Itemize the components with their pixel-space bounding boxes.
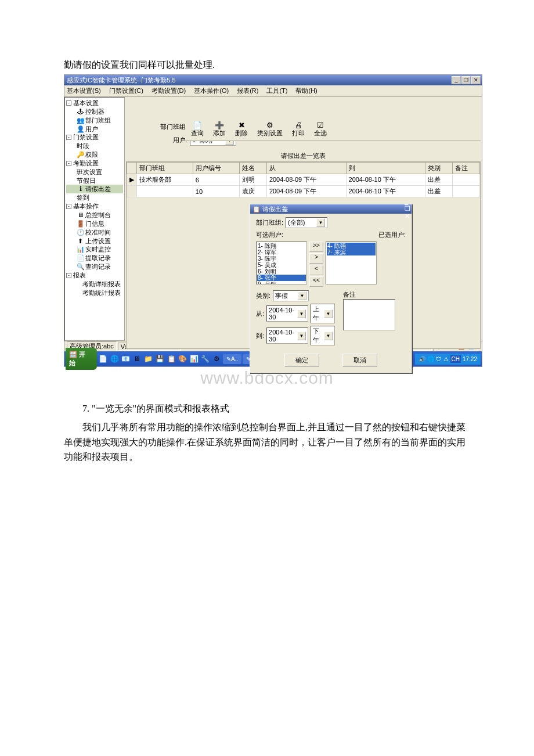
chevron-down-icon: ▼ [297,332,306,340]
move-left-button[interactable]: < [309,265,323,275]
tb-print[interactable]: 🖨打印 [290,120,307,139]
dlg-dept-dropdown[interactable]: (全部)▼ [286,217,327,228]
minimize-button[interactable]: _ [452,76,461,84]
dlg-to-label: 到: [256,332,264,340]
quicklaunch-icon[interactable]: 💾 [155,354,165,364]
tree-attendance-settings[interactable]: 考勤设置 [73,159,99,168]
menu-bar[interactable]: 基本设置(S) 门禁设置(C) 考勤设置(D) 基本操作(O) 报表(R) 工具… [64,85,482,97]
tree-upload[interactable]: 上传设置 [85,237,111,246]
tree-console[interactable]: 总控制台 [85,211,111,219]
plus-icon: ➕ [213,121,226,129]
menu-basic-ops[interactable]: 基本操作(O) [194,87,229,95]
quicklaunch-icon[interactable]: 📄 [98,354,109,364]
dlg-remark-textarea[interactable] [343,299,395,330]
tray-icon[interactable]: 🔊 [418,356,425,362]
available-listbox[interactable]: 1- 陈翔 2- 谭军 3- 陈宇 5- 吴成 6- 刘明 8- 张华 9- 吴… [256,242,307,285]
dlg-minimize-button[interactable]: _ [405,198,410,205]
tb-select-all[interactable]: ☑全选 [312,120,329,139]
dlg-to-period[interactable]: 下午▼ [311,326,335,345]
chevron-down-icon: ▼ [324,309,333,318]
quicklaunch-icon[interactable]: 🎨 [178,354,188,364]
door-icon: 🚪 [77,219,84,228]
tray-lang[interactable]: CH [450,355,461,363]
user-label: 用户: [160,136,187,145]
tree-query[interactable]: 查询记录 [85,262,111,271]
dlg-to-date[interactable]: 2004-10-30▼ [266,327,308,344]
quicklaunch-icon[interactable]: 📊 [189,354,199,364]
dept-icon: 👥 [77,116,84,125]
tray-icon[interactable]: 🛡 [436,356,442,362]
taskbar-item[interactable]: ✎A.. [223,354,241,364]
tree-stat-report[interactable]: 考勤统计报表 [82,289,121,297]
tree-shift[interactable]: 班次设置 [77,168,102,177]
col-to[interactable]: 到 [346,163,425,174]
start-button[interactable]: 🪟 开始 [66,348,97,370]
tree-dept[interactable]: 部门班组 [85,116,111,125]
screenshot-container: 感应式IC智能卡管理系统--门禁考勤5.5 _ ❐ ✕ 基本设置(S) 门禁设置… [64,74,482,367]
quicklaunch-icon[interactable]: 📋 [166,354,176,364]
table-row[interactable]: ▶ 技术服务部 6 刘明 2004-08-09 下午 2004-08-10 下午… [127,174,480,186]
menu-reports[interactable]: 报表(R) [237,87,258,95]
selected-listbox[interactable]: 4- 陈强 7- 来滨 [326,242,377,285]
quicklaunch-icon[interactable]: 📁 [143,354,154,364]
tree-holiday[interactable]: 节假日 [77,177,96,185]
dlg-from-date[interactable]: 2004-10-30▼ [266,305,308,322]
move-all-left-button[interactable]: << [309,276,323,287]
leave-dialog: 📋 请假出差 _ ❐ ✕ 部门班组: (全部)▼ 可 [250,204,412,373]
tree-detail-report[interactable]: 考勤详细报表 [82,280,121,289]
tree-leave[interactable]: 请假出差 [85,185,111,193]
menu-attendance-settings[interactable]: 考勤设置(D) [151,87,186,95]
tb-query[interactable]: 📄查询 [189,120,206,139]
tree-basic-ops[interactable]: 基本操作 [73,202,99,211]
tree-period[interactable]: 时段 [77,142,89,150]
quicklaunch-icon[interactable]: 🔧 [200,354,211,364]
dlg-from-period[interactable]: 上午▼ [311,304,335,323]
console-icon: 🖥 [77,211,84,219]
col-name[interactable]: 姓名 [239,163,266,174]
quicklaunch-icon[interactable]: ⚙ [211,354,222,364]
tray-clock: 17:22 [463,356,477,362]
maximize-button[interactable]: ❐ [461,76,471,84]
menu-access-settings[interactable]: 门禁设置(C) [109,87,143,95]
ok-button[interactable]: 确定 [284,354,319,367]
menu-basic-settings[interactable]: 基本设置(S) [67,87,101,95]
table-row[interactable]: 10 袁庆 2004-08-09 下午 2004-08-10 下午 出差 [127,186,480,197]
tree-user[interactable]: 用户 [85,125,98,134]
quicklaunch-icon[interactable]: 📧 [121,354,131,364]
system-tray[interactable]: 🔊 🌐 🛡 ⚠ CH 17:22 [415,354,481,365]
tree-authtime[interactable]: 校准时间 [85,228,111,237]
tree-controller[interactable]: 控制器 [85,107,104,116]
dlg-type-dropdown[interactable]: 事假▼ [273,290,309,301]
tb-add[interactable]: ➕添加 [211,120,228,139]
nav-tree[interactable]: -基本设置 🕹控制器 👥部门班组 👤用户 -门禁设置 时段 🔑权限 -考勤设置 … [64,97,125,341]
tb-delete[interactable]: ✖删除 [233,120,250,139]
tree-basic-settings[interactable]: 基本设置 [73,99,99,107]
col-dept[interactable]: 部门班组 [137,163,193,174]
tb-type-setting[interactable]: ⚙类别设置 [255,120,285,139]
menu-tools[interactable]: 工具(T) [266,87,287,95]
dlg-maximize-button[interactable]: ❐ [405,205,410,213]
chevron-down-icon: ▼ [298,291,306,300]
close-button[interactable]: ✕ [471,76,481,84]
quicklaunch-icon[interactable]: 🌐 [110,354,120,364]
col-from[interactable]: 从 [266,163,346,174]
tree-signin[interactable]: 签到 [77,193,89,202]
move-right-button[interactable]: > [309,253,323,264]
move-all-right-button[interactable]: >> [309,242,323,252]
quicklaunch-icon[interactable]: 🖥 [132,354,143,364]
col-remark[interactable]: 备注 [453,163,480,174]
tree-reports[interactable]: 报表 [73,271,86,280]
tree-monitor[interactable]: 实时监控 [85,245,111,254]
col-type[interactable]: 类别 [425,163,453,174]
dlg-close-button[interactable]: ✕ [405,213,410,220]
tray-icon[interactable]: 🌐 [427,356,434,362]
col-userno[interactable]: 用户编号 [193,163,239,174]
tree-perm[interactable]: 权限 [85,150,98,159]
menu-help[interactable]: 帮助(H) [295,87,317,95]
tree-doorinfo[interactable]: 门信息 [85,219,104,228]
tree-extract[interactable]: 提取记录 [85,254,111,262]
clock-icon: 🕐 [77,228,84,237]
tray-icon[interactable]: ⚠ [443,356,449,362]
cancel-button[interactable]: 取消 [342,354,377,367]
tree-access-settings[interactable]: 门禁设置 [73,133,99,142]
